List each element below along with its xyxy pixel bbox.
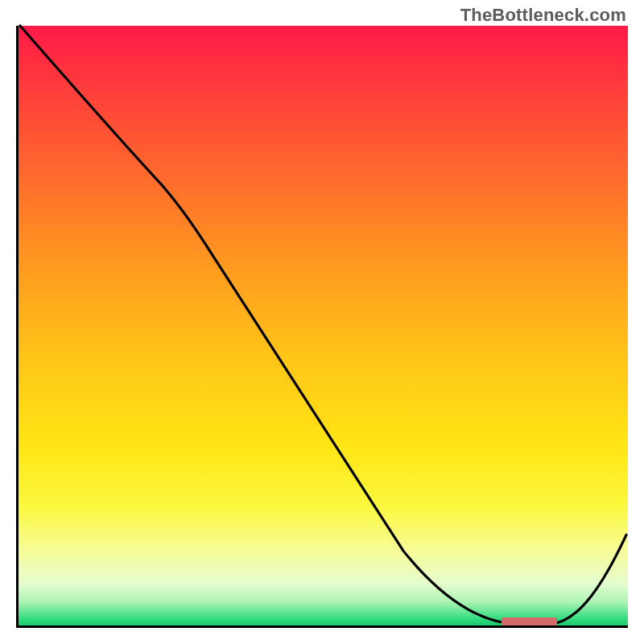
chart-curve-line [20, 26, 626, 624]
chart-curve-svg [19, 26, 628, 625]
chart-optimal-marker [502, 617, 556, 625]
chart-plot-area [16, 26, 628, 628]
watermark-text: TheBottleneck.com [460, 5, 626, 26]
